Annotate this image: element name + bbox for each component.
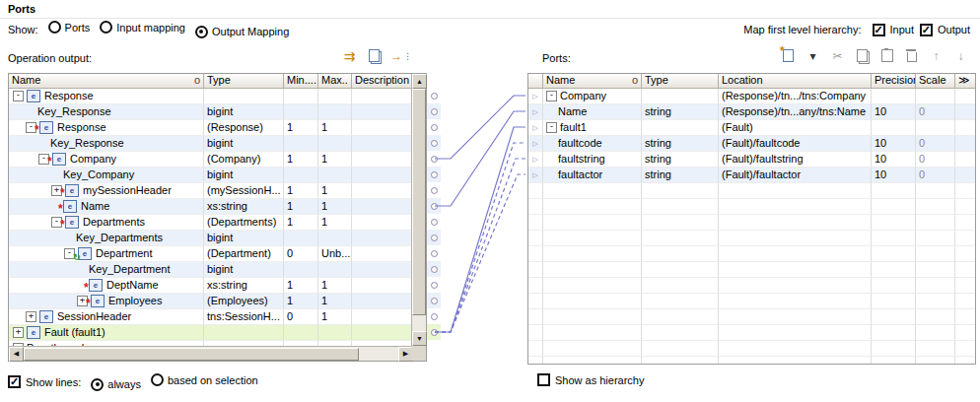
copy-button[interactable] [366,47,383,64]
port-connector-circle[interactable] [431,171,438,178]
table-row[interactable]: Key_Departmentbigint [9,262,413,278]
port-connector-circle[interactable] [431,329,438,336]
empty-row[interactable] [528,309,975,325]
table-row[interactable]: ▷faultactorstring(Fault)/faultactor100 [528,168,975,183]
copy-button[interactable] [854,47,871,64]
table-row[interactable]: Key_Companybigint [9,168,413,183]
expand-icon[interactable]: + [26,311,36,322]
link-triangle-icon[interactable]: ▷ [532,93,537,100]
horizontal-scrollbar-thumb[interactable] [24,348,359,361]
column-header-name[interactable]: Nameo [9,74,204,89]
table-row[interactable]: -e↻Department(Department)0Unb... [9,246,413,262]
table-row[interactable]: ▷Namestring(Response)/tn...any/tns:Name1… [528,104,975,120]
table-row[interactable]: e*Namexs:string11 [9,199,413,215]
empty-row[interactable] [528,231,975,246]
empty-row[interactable] [528,325,975,341]
scroll-down-button[interactable]: ▼ [412,331,427,346]
expand-icon[interactable]: + [13,327,24,338]
collapse-icon[interactable]: - [546,122,557,133]
empty-row[interactable] [528,278,975,294]
radio-ports[interactable]: Ports [48,21,91,34]
column-header-type[interactable]: Type [642,74,719,89]
empty-row[interactable] [528,294,975,309]
scroll-left-button[interactable]: ◀ [9,347,24,362]
radio-always[interactable]: always [91,378,141,391]
table-row[interactable]: ▷-fault1(Fault) [528,120,975,136]
radio-based-on-selection[interactable]: based on selection [151,373,258,386]
port-connector-circle[interactable] [431,93,438,100]
checkbox-input[interactable]: ✓Input [873,24,914,36]
port-connector-circle[interactable] [431,282,438,289]
table-row[interactable]: -eResponse [9,89,413,104]
table-row[interactable]: +eFault (fault1) [9,325,413,341]
map-ports-button[interactable]: ⇉ [341,47,358,64]
radio-output-mapping[interactable]: Output Mapping [195,26,289,38]
empty-row[interactable] [528,199,975,215]
table-row[interactable]: ▷faultcodestring(Fault)/faultcode100 [528,136,975,152]
table-row[interactable]: +eSessionHeadertns:SessionH...01 [9,309,413,325]
port-connector-circle[interactable] [431,219,438,226]
delete-button[interactable] [903,47,920,64]
map-hierarchy-button[interactable]: →⋮ [390,47,412,64]
empty-row[interactable] [528,341,975,357]
link-triangle-icon[interactable]: ▷ [532,140,537,147]
move-up-button[interactable]: ↑ [928,47,945,64]
horizontal-scrollbar[interactable]: ◀ ▶ [9,346,413,361]
empty-row[interactable] [528,183,975,199]
port-connector-circle[interactable] [431,187,438,194]
table-row[interactable]: +e*Employees(Employees)11 [9,294,413,309]
empty-row[interactable] [528,215,975,231]
cut-button[interactable]: ✂ [829,47,846,64]
column-header-marker[interactable]: ≫ [955,74,975,89]
port-connector-circle[interactable] [431,298,438,304]
table-row[interactable]: e*DeptNamexs:string11 [9,278,413,294]
column-header-max[interactable]: Max.. [318,74,352,89]
show-lines-checkbox[interactable]: ✓ Show lines: [8,375,81,388]
port-connector-circle[interactable] [431,156,438,163]
column-header-precision[interactable]: Precision [872,74,916,89]
show-as-hierarchy-checkbox[interactable]: Show as hierarchy [537,373,645,386]
port-connector-circle[interactable] [431,266,438,273]
port-connector-circle[interactable] [431,124,438,131]
radio-input-mapping[interactable]: Input mapping [100,21,185,34]
table-row[interactable]: -e*Response(Response)11 [9,120,413,136]
port-connector-circle[interactable] [431,250,438,257]
port-connector-circle[interactable] [431,234,438,241]
link-triangle-icon[interactable]: ▷ [532,156,537,163]
checkbox-output[interactable]: ✓Output [920,24,970,36]
column-header-scale[interactable]: Scale [916,74,955,89]
column-header-name[interactable]: Nameo [543,74,642,89]
new-port-dropdown[interactable]: ▾ [805,47,821,64]
table-row[interactable]: ▷faultstringstring(Fault)/faultstring100 [528,152,975,168]
table-row[interactable]: +e*mySessionHeader(mySessionH...11 [9,183,413,199]
port-connector-circle[interactable] [431,108,438,115]
port-connector-circle[interactable] [431,313,438,320]
move-down-button[interactable]: ↓ [952,47,969,64]
table-row[interactable]: ▷-Company(Response)/tn.../tns:Company [528,89,975,104]
scroll-up-button[interactable]: ▲ [412,74,427,89]
empty-row[interactable] [528,246,975,262]
column-header-marker[interactable] [528,74,543,89]
link-triangle-icon[interactable]: ▷ [532,171,537,178]
vertical-scrollbar[interactable]: ▲ ▼ [411,74,426,346]
column-header-type[interactable]: Type [204,74,284,89]
collapse-icon[interactable]: - [13,91,24,101]
table-row[interactable]: -e*Departments(Departments)11 [9,215,413,231]
empty-row[interactable] [528,262,975,278]
port-connector-circle[interactable] [431,140,438,147]
port-connector-circle[interactable] [431,203,438,210]
link-triangle-icon[interactable]: ▷ [532,108,537,115]
collapse-icon[interactable]: - [546,91,557,101]
column-header-location[interactable]: Location [719,74,872,89]
column-header-min[interactable]: Min.... [284,74,318,89]
empty-row[interactable] [528,357,975,364]
column-header-description[interactable]: Description [352,74,413,89]
table-row[interactable]: Key_Departmentsbigint [9,231,413,246]
table-row[interactable]: Key_Responsebigint [9,104,413,120]
table-row[interactable]: Key_Responsebigint [9,136,413,152]
paste-button[interactable] [878,47,895,64]
table-row[interactable]: -e*Company(Company)11 [9,152,413,168]
link-triangle-icon[interactable]: ▷ [532,124,537,131]
vertical-scrollbar-thumb[interactable] [412,89,426,315]
new-port-button[interactable]: * [780,47,797,64]
